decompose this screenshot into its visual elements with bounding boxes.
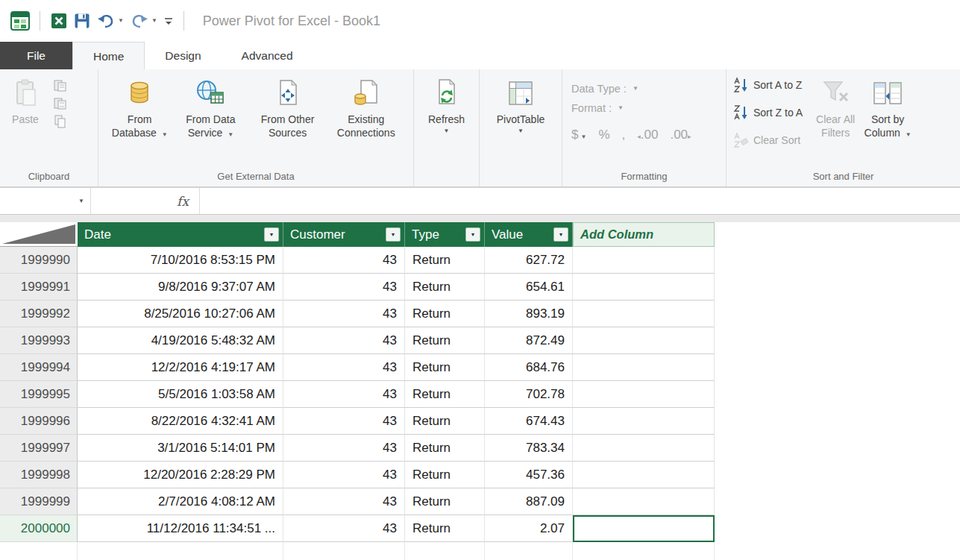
row-number[interactable]: 1999992 (0, 301, 78, 327)
copy-icon[interactable] (54, 113, 67, 130)
insert-function-button[interactable]: fx (177, 194, 189, 209)
cell-value[interactable]: 872.49 (485, 327, 573, 354)
cell-value[interactable]: 887.09 (485, 488, 573, 515)
cell-value[interactable]: 457.36 (485, 462, 573, 488)
cell-add-column[interactable] (573, 247, 715, 274)
row-number[interactable]: 1999999 (0, 488, 78, 515)
filter-dropdown-button[interactable]: ▼ (264, 227, 279, 242)
chevron-down-icon[interactable]: ▼ (444, 128, 450, 134)
row-number[interactable]: 1999998 (0, 462, 78, 488)
cell-date[interactable]: 9/8/2016 9:37:07 AM (78, 274, 283, 301)
cell-add-column[interactable] (573, 462, 715, 488)
row-number[interactable]: 1999995 (0, 381, 78, 408)
column-header[interactable]: Date ▼ (78, 222, 283, 247)
cell-type[interactable]: Return (405, 515, 485, 542)
paste-button[interactable]: Paste (4, 75, 46, 126)
currency-format-button[interactable]: $▼ (571, 128, 586, 142)
cell-add-column[interactable] (573, 354, 715, 381)
row-number[interactable]: 1999994 (0, 354, 78, 381)
cell-date[interactable]: 5/5/2016 1:03:58 AM (78, 381, 283, 408)
percent-format-button[interactable]: % (598, 128, 609, 142)
increase-decimal-button[interactable]: ◂.00 (637, 128, 658, 142)
cell-type[interactable]: Return (405, 354, 485, 381)
format-dropdown[interactable]: Format : ▼ (571, 102, 624, 114)
cell-value[interactable]: 702.78 (485, 381, 573, 408)
cell-date[interactable]: 8/25/2016 10:27:06 AM (78, 301, 283, 327)
cell-customer[interactable]: 43 (283, 354, 405, 381)
tab-advanced[interactable]: Advanced (222, 42, 313, 69)
refresh-button[interactable]: Refresh ▼ (421, 75, 473, 134)
cell-value[interactable]: 893.19 (485, 301, 573, 327)
cell-date[interactable]: 7/10/2016 8:53:15 PM (78, 247, 283, 274)
sort-by-column-button[interactable]: Sort by Column ▼ (862, 75, 913, 139)
column-header[interactable]: Value ▼ (485, 222, 573, 247)
paste-replace-icon[interactable] (54, 77, 67, 95)
cell-type[interactable]: Return (405, 435, 485, 462)
cell-customer[interactable]: 43 (283, 274, 405, 301)
cell-add-column[interactable] (573, 327, 715, 354)
tab-file[interactable]: File (0, 42, 72, 69)
clear-all-filters-button[interactable]: Clear All Filters (809, 75, 862, 139)
row-number[interactable]: 1999997 (0, 435, 78, 462)
cell-customer[interactable]: 43 (283, 327, 405, 354)
select-all-corner[interactable] (0, 222, 78, 247)
column-header[interactable]: Customer ▼ (283, 222, 405, 247)
tab-design[interactable]: Design (145, 42, 221, 69)
cell-date[interactable]: 12/2/2016 4:19:17 AM (78, 354, 283, 381)
cell-value[interactable]: 684.76 (485, 354, 573, 381)
cell-add-column[interactable] (573, 381, 715, 408)
cell-customer[interactable]: 43 (283, 488, 405, 515)
switch-to-excel-button[interactable] (50, 12, 68, 30)
cell-value[interactable]: 627.72 (485, 247, 573, 274)
tab-home[interactable]: Home (72, 42, 145, 69)
cell-customer[interactable]: 43 (283, 247, 405, 274)
cell-date[interactable]: 8/22/2016 4:32:41 AM (78, 408, 283, 435)
cell-date[interactable]: 12/20/2016 2:28:29 PM (78, 462, 283, 488)
cell-add-column[interactable] (573, 435, 715, 462)
clear-sort-button[interactable]: Clear Sort (732, 130, 803, 150)
chevron-down-icon[interactable]: ▼ (151, 18, 157, 24)
cell-customer[interactable]: 43 (283, 381, 405, 408)
cell-type[interactable]: Return (405, 462, 485, 488)
sort-a-to-z-button[interactable]: Sort A to Z (732, 75, 803, 95)
cell-value[interactable]: 783.34 (485, 435, 573, 462)
chevron-down-icon[interactable]: ▼ (518, 128, 524, 134)
data-type-dropdown[interactable]: Data Type : ▼ (571, 83, 639, 95)
cell-date[interactable]: 2/7/2016 4:08:12 AM (78, 488, 283, 515)
cell-date[interactable]: 4/19/2016 5:48:32 AM (78, 327, 283, 354)
cell-value[interactable]: 674.43 (485, 408, 573, 435)
add-column-header[interactable]: Add Column (573, 222, 715, 247)
name-box[interactable]: ▼ (0, 188, 91, 214)
cell-type[interactable]: Return (405, 488, 485, 515)
filter-dropdown-button[interactable]: ▼ (465, 227, 480, 242)
thousands-separator-button[interactable]: , (622, 128, 626, 142)
formula-input[interactable] (200, 188, 960, 214)
row-number[interactable]: 1999990 (0, 247, 78, 274)
cell-type[interactable]: Return (405, 408, 485, 435)
cell-date[interactable]: 3/1/2016 5:14:01 PM (78, 435, 283, 462)
cell-value[interactable]: 654.61 (485, 274, 573, 301)
filter-dropdown-button[interactable]: ▼ (553, 227, 568, 242)
cell-customer[interactable]: 43 (283, 408, 405, 435)
cell-customer[interactable]: 43 (283, 462, 405, 488)
cell-type[interactable]: Return (405, 274, 485, 301)
chevron-down-icon[interactable]: ▼ (118, 18, 124, 24)
cell-value[interactable]: 2.07 (485, 515, 573, 542)
sort-z-to-a-button[interactable]: Sort Z to A (732, 103, 803, 122)
cell-type[interactable]: Return (405, 381, 485, 408)
row-number[interactable]: 1999993 (0, 327, 78, 354)
row-number[interactable]: 1999996 (0, 408, 78, 435)
column-header[interactable]: Type ▼ (405, 222, 485, 247)
undo-button[interactable]: ▼ (96, 13, 124, 29)
filter-dropdown-button[interactable]: ▼ (386, 227, 401, 242)
cell-add-column[interactable] (573, 274, 715, 301)
from-other-sources-button[interactable]: From Other Sources (252, 75, 324, 139)
cell-date[interactable]: 11/12/2016 11:34:51 ... (78, 515, 283, 542)
paste-append-icon[interactable] (54, 95, 67, 113)
from-database-button[interactable]: From Database ▼ (110, 75, 169, 139)
save-button[interactable] (74, 13, 90, 29)
existing-connections-button[interactable]: Existing Connections (330, 75, 402, 139)
cell-type[interactable]: Return (405, 301, 485, 327)
row-number[interactable]: 1999991 (0, 274, 78, 301)
redo-button[interactable]: ▼ (130, 13, 157, 29)
